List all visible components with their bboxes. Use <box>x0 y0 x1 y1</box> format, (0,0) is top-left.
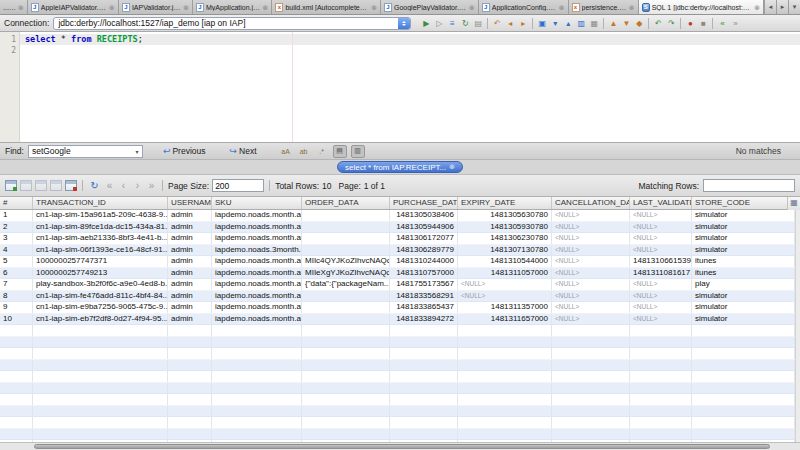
select-occurrences-icon[interactable]: ▦ <box>588 17 600 29</box>
table-cell[interactable]: admin <box>168 210 212 221</box>
table-cell[interactable]: 9 <box>0 302 33 313</box>
table-cell[interactable]: iapdemo.noads.month.auto <box>212 279 302 290</box>
table-cell[interactable]: <NULL> <box>630 210 692 221</box>
connection-combo[interactable]: jdbc:derby://localhost:1527/iap_demo [ia… <box>53 17 411 30</box>
table-cell[interactable]: iapdemo.noads.month.auto <box>212 233 302 244</box>
table-cell[interactable]: 1481833568291 <box>390 291 458 302</box>
table-cell[interactable]: admin <box>168 268 212 279</box>
toggle-highlight-icon[interactable]: ▥ <box>575 17 587 29</box>
tab-close-icon[interactable]: ⊗ <box>371 3 377 12</box>
column-header-purchase-date[interactable]: PURCHASE_DATE <box>390 197 458 209</box>
tab-file-0[interactable]: ...tor⊗ <box>0 0 28 14</box>
find-dropdown-icon[interactable]: ▾ <box>132 148 142 155</box>
find-previous-icon[interactable]: ▴ <box>562 17 574 29</box>
table-cell[interactable]: {"data":{"packageNam... <box>302 279 390 290</box>
table-cell[interactable]: <NULL> <box>552 291 630 302</box>
table-cell[interactable]: 4 <box>0 245 33 256</box>
table-cell[interactable]: 1481305944906 <box>390 222 458 233</box>
table-cell[interactable]: iapdemo.noads.month.auto <box>212 222 302 233</box>
horizontal-scrollbar[interactable] <box>0 442 800 450</box>
last-page-icon[interactable]: » <box>146 181 157 191</box>
table-cell[interactable] <box>302 314 390 325</box>
refresh-connection-icon[interactable]: ↻ <box>459 17 471 29</box>
regex-icon[interactable]: .* <box>315 145 329 158</box>
table-cell[interactable]: 1481833865437 <box>390 302 458 313</box>
tab-list-button[interactable]: ▾ <box>788 0 800 14</box>
commit-record-icon[interactable] <box>35 180 47 191</box>
table-row[interactable]: 51000000257747371adminiapdemo.noads.mont… <box>0 256 795 268</box>
find-next-icon[interactable]: ▾ <box>549 17 561 29</box>
forward-icon[interactable]: ▸ <box>517 17 529 29</box>
page-size-input[interactable] <box>212 179 264 192</box>
sql-history-icon[interactable]: ≡ <box>446 17 458 29</box>
tab-close-icon[interactable]: ⊗ <box>754 3 760 12</box>
run-current-statement-icon[interactable]: ▷ <box>433 17 445 29</box>
table-row[interactable]: 7play-sandbox-3b2f0f6c-a9e0-4ed8-b...adm… <box>0 279 795 291</box>
table-cell[interactable]: <NULL> <box>630 245 692 256</box>
table-cell[interactable]: simulator <box>692 314 795 325</box>
table-row[interactable]: 4cn1-iap-sim-06f1393e-ce16-48cf-91...adm… <box>0 245 795 257</box>
column-header-order-data[interactable]: ORDER_DATA <box>302 197 390 209</box>
find-input[interactable]: setGoogle ▾ <box>28 145 143 158</box>
table-cell[interactable]: <NULL> <box>630 233 692 244</box>
tab-scroll-left-button[interactable]: ◂ <box>764 0 776 14</box>
match-case-icon[interactable]: aA <box>279 145 293 158</box>
tab-file-3[interactable]: JMyApplication.java⊗ <box>193 0 272 14</box>
table-cell[interactable] <box>302 291 390 302</box>
table-cell[interactable]: itunes <box>692 256 795 267</box>
tab-sql-1[interactable]: SSQL 1 [jdbc:derby://localhost:15...]⊗ <box>639 0 764 14</box>
table-cell[interactable]: 1481306172077 <box>390 233 458 244</box>
tab-file-1[interactable]: JAppleIAPValidator.java⊗ <box>28 0 119 14</box>
table-cell[interactable]: iapdemo.noads.month.auto <box>212 314 302 325</box>
table-cell[interactable]: cn1-iap-sim-15a961a5-209c-4638-9... <box>33 210 168 221</box>
column-header-last-validated[interactable]: LAST_VALIDATED <box>630 197 692 209</box>
column-header-username[interactable]: USERNAME <box>168 197 212 209</box>
table-cell[interactable]: cn1-iap-sim-fe476add-811c-4bf4-84... <box>33 291 168 302</box>
table-cell[interactable]: <NULL> <box>552 302 630 313</box>
delete-record-icon[interactable] <box>20 180 32 191</box>
table-cell[interactable]: <NULL> <box>552 268 630 279</box>
highlight-results-icon[interactable]: ▤ <box>333 145 347 158</box>
table-cell[interactable]: 1481311057000 <box>458 268 552 279</box>
table-cell[interactable]: <NULL> <box>458 279 552 290</box>
table-row[interactable]: 8cn1-iap-sim-fe476add-811c-4bf4-84...adm… <box>0 291 795 303</box>
table-cell[interactable]: iapdemo.noads.month.auto <box>212 291 302 302</box>
tab-file-6[interactable]: JApplicationConfig.java⊗ <box>479 0 569 14</box>
table-cell[interactable]: 7 <box>0 279 33 290</box>
table-cell[interactable]: cn1-iap-sim-e9ba7256-9065-475c-9... <box>33 302 168 313</box>
table-cell[interactable]: 1481307130780 <box>458 245 552 256</box>
table-cell[interactable]: 1000000257749213 <box>33 268 168 279</box>
table-cell[interactable]: <NULL> <box>458 291 552 302</box>
table-row[interactable]: 9cn1-iap-sim-e9ba7256-9065-475c-9...admi… <box>0 302 795 314</box>
vertical-scrollbar[interactable] <box>795 210 800 450</box>
table-cell[interactable]: simulator <box>692 302 795 313</box>
truncate-table-icon[interactable] <box>65 180 77 191</box>
table-cell[interactable]: 2 <box>0 222 33 233</box>
table-cell[interactable]: 1481305038406 <box>390 210 458 221</box>
column-header--[interactable]: # <box>0 197 33 209</box>
tab-file-4[interactable]: xbuild.xml [AutocompleteTest]⊗ <box>272 0 381 14</box>
column-header-expiry-date[interactable]: EXPIRY_DATE <box>458 197 552 209</box>
next-bookmark-icon[interactable]: ▼ <box>620 17 632 29</box>
sql-editor[interactable]: 1 2 select * from RECEIPTS; <box>0 32 800 142</box>
table-cell[interactable]: admin <box>168 233 212 244</box>
table-cell[interactable]: admin <box>168 314 212 325</box>
column-header-store-code[interactable]: STORE_CODE <box>692 197 795 209</box>
table-cell[interactable]: 1481310244000 <box>390 256 458 267</box>
table-cell[interactable] <box>302 302 390 313</box>
code-line-2[interactable] <box>20 45 800 56</box>
table-cell[interactable]: 1481306289779 <box>390 245 458 256</box>
table-cell[interactable]: <NULL> <box>552 256 630 267</box>
table-cell[interactable]: itunes <box>692 268 795 279</box>
results-tab[interactable]: select * from IAP.RECEIPT... ⊗ <box>337 161 463 173</box>
table-cell[interactable]: <NULL> <box>552 210 630 221</box>
table-cell[interactable]: admin <box>168 245 212 256</box>
previous-bookmark-icon[interactable]: ▲ <box>607 17 619 29</box>
tab-close-icon[interactable]: ⊗ <box>263 3 269 12</box>
comment-icon[interactable]: « <box>716 17 728 29</box>
table-cell[interactable]: iapdemo.noads.month.auto <box>212 268 302 279</box>
find-selection-icon[interactable]: ▣ <box>536 17 548 29</box>
table-cell[interactable] <box>302 233 390 244</box>
run-sql-icon[interactable]: ▶ <box>420 17 432 29</box>
next-page-icon[interactable]: › <box>132 181 143 191</box>
